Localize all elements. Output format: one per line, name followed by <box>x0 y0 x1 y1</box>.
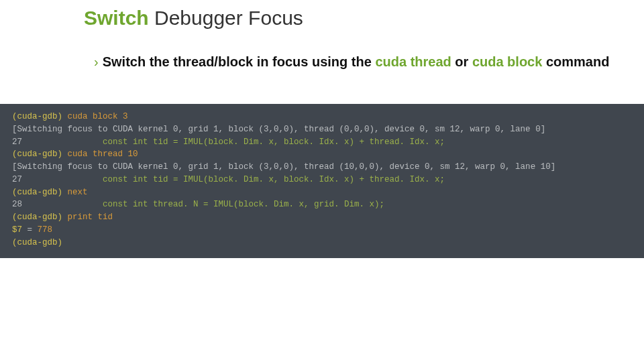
code-output: [Switching focus to CUDA kernel 0, grid … <box>12 125 545 134</box>
slide: Switch Debugger Focus ›Switch the thread… <box>0 0 644 362</box>
code-input: next <box>68 188 88 197</box>
code-output: [Switching focus to CUDA kernel 0, grid … <box>12 162 555 172</box>
prompt: (cuda-gdb) <box>12 188 68 197</box>
source-line: const int thread. N = IMUL(block. Dim. x… <box>22 200 384 209</box>
code-input: cuda block 3 <box>68 112 128 121</box>
source-line: const int tid = IMUL(block. Dim. x, bloc… <box>22 137 445 147</box>
title-rest: Debugger Focus <box>149 7 303 29</box>
prompt: (cuda-gdb) <box>12 238 62 247</box>
equals: = <box>22 225 38 235</box>
code-input: print tid <box>68 213 113 222</box>
title-highlight: Switch <box>84 7 149 29</box>
var-name: $7 <box>12 225 22 235</box>
bullet-text-post: command <box>542 54 609 69</box>
chevron-icon: › <box>94 54 99 69</box>
prompt: (cuda-gdb) <box>12 213 68 222</box>
line-number: 27 <box>12 175 22 184</box>
source-line: const int tid = IMUL(block. Dim. x, bloc… <box>22 175 445 184</box>
line-number: 27 <box>12 137 22 147</box>
line-number: 28 <box>12 200 22 209</box>
bullet-cmd-1: cuda thread <box>375 54 451 69</box>
var-value: 778 <box>38 225 53 235</box>
bullet-text-pre: Switch the thread/block in focus using t… <box>103 54 376 69</box>
prompt: (cuda-gdb) <box>12 149 68 159</box>
code-input: cuda thread 10 <box>68 149 138 159</box>
bullet-line: ›Switch the thread/block in focus using … <box>94 54 617 70</box>
bullet-text-mid: or <box>451 54 472 69</box>
code-block: (cuda-gdb) cuda block 3 [Switching focus… <box>0 104 644 258</box>
slide-title: Switch Debugger Focus <box>84 7 303 29</box>
bullet-cmd-2: cuda block <box>472 54 542 69</box>
prompt: (cuda-gdb) <box>12 112 68 121</box>
